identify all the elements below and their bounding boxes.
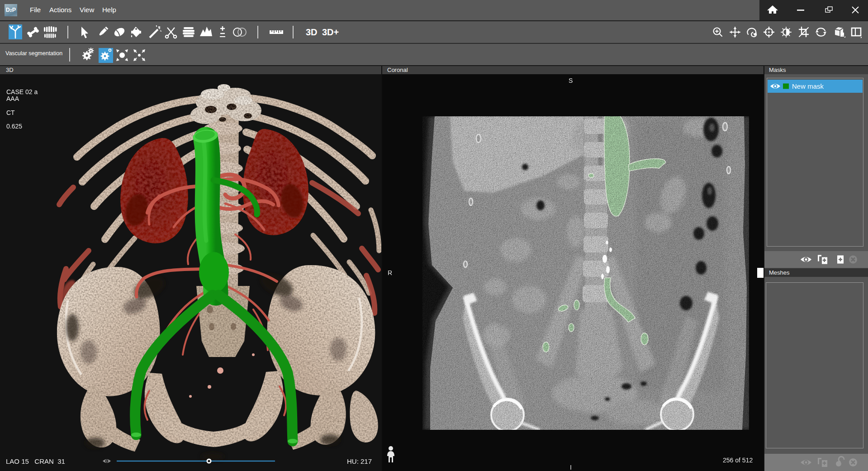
- svg-text:R: R: [388, 269, 392, 276]
- svg-text:CT: CT: [6, 109, 15, 116]
- svg-text:HU: 217: HU: 217: [347, 457, 372, 465]
- svg-text:LAO 15 CRAN 31: LAO 15 CRAN 31: [6, 457, 65, 465]
- svg-text:S: S: [569, 77, 573, 84]
- svg-text:New mask: New mask: [792, 82, 824, 90]
- svg-text:0.625: 0.625: [6, 123, 22, 130]
- svg-text:3D+: 3D+: [322, 27, 339, 37]
- svg-text:AAA: AAA: [6, 95, 19, 102]
- svg-text:CASE 02 a: CASE 02 a: [6, 88, 38, 95]
- svg-text:256 of 512: 256 of 512: [723, 457, 753, 464]
- svg-text:3D: 3D: [306, 27, 318, 37]
- svg-text:I: I: [570, 464, 572, 471]
